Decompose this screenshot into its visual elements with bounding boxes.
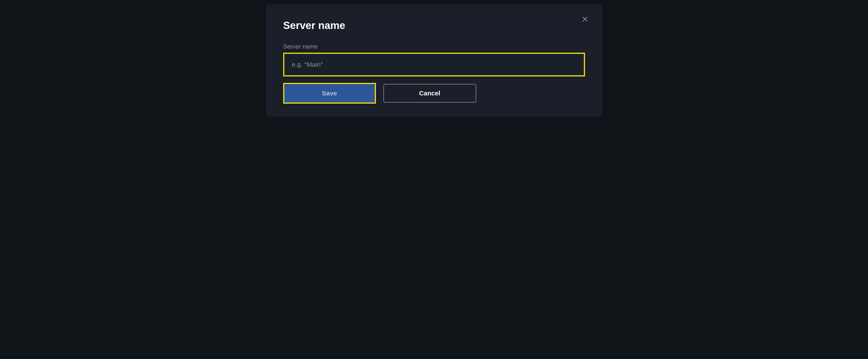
close-icon [582, 16, 588, 23]
cancel-button[interactable]: Cancel [383, 84, 476, 103]
save-highlight: Save [283, 83, 376, 104]
input-highlight [283, 53, 585, 76]
save-button[interactable]: Save [284, 84, 375, 103]
server-name-input[interactable] [285, 54, 584, 75]
close-button[interactable] [581, 15, 589, 24]
dialog-title: Server name [283, 20, 585, 31]
server-name-label: Server name [283, 43, 585, 50]
server-name-dialog: Server name Server name Save Cancel [266, 4, 602, 116]
button-row: Save Cancel [283, 83, 585, 104]
